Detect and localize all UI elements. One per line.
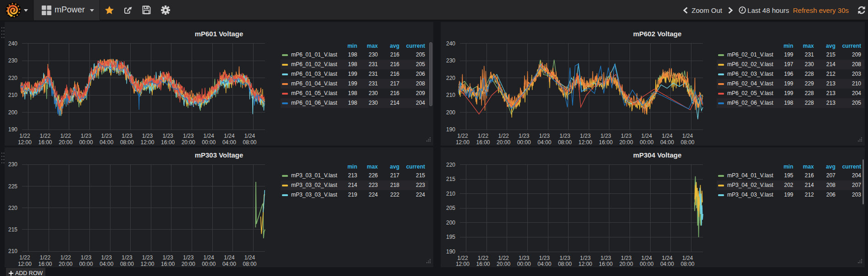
series-color-swatch[interactable] bbox=[282, 102, 288, 104]
y-axis-tick-label: 215 bbox=[440, 176, 455, 182]
series-stat-value: 203 bbox=[834, 192, 861, 198]
legend-column-header[interactable]: max bbox=[791, 163, 814, 170]
panel-resize-grip[interactable] bbox=[857, 259, 862, 263]
clock-icon bbox=[739, 6, 746, 14]
legend-column-header[interactable]: current bbox=[834, 43, 861, 49]
series-name[interactable]: mP3_03_03_V.last bbox=[291, 192, 337, 198]
add-row-label: ADD ROW bbox=[15, 270, 43, 276]
series-name[interactable]: mP6_01_03_V.last bbox=[291, 71, 337, 77]
series-color-swatch[interactable] bbox=[718, 73, 724, 75]
legend-column-header[interactable]: avg bbox=[376, 163, 399, 170]
series-name[interactable]: mP3_04_03_V.last bbox=[727, 192, 773, 198]
series-color-swatch[interactable] bbox=[718, 102, 724, 104]
legend-scrollbar[interactable] bbox=[429, 42, 432, 106]
series-color-swatch[interactable] bbox=[282, 73, 288, 75]
series-name[interactable]: mP3_03_01_V.last bbox=[291, 172, 337, 179]
legend-column-header[interactable]: avg bbox=[376, 43, 399, 49]
series-name[interactable]: mP3_03_02_V.last bbox=[291, 182, 337, 188]
legend-column-header[interactable]: current bbox=[398, 163, 425, 170]
x-axis-tick-label: 1/2408:00 bbox=[678, 255, 698, 268]
x-axis-tick-label: 1/2300:00 bbox=[76, 133, 96, 146]
series-color-swatch[interactable] bbox=[718, 93, 724, 95]
series-stat-value: 224 bbox=[398, 192, 425, 198]
legend-column-header[interactable]: current bbox=[834, 163, 861, 170]
series-name[interactable]: mP6_02_05_V.last bbox=[727, 90, 773, 96]
legend-column-header[interactable]: avg bbox=[813, 163, 835, 170]
series-name[interactable]: mP6_01_05_V.last bbox=[291, 90, 337, 96]
panel-resize-grip[interactable] bbox=[426, 137, 431, 141]
series-color-swatch[interactable] bbox=[282, 54, 288, 56]
panel-resize-grip[interactable] bbox=[857, 137, 862, 141]
x-axis-tick-label: 1/2316:00 bbox=[596, 255, 616, 268]
series-name[interactable]: mP6_01_04_V.last bbox=[291, 80, 337, 87]
series-color-swatch[interactable] bbox=[718, 83, 724, 85]
legend-column-header[interactable]: max bbox=[791, 43, 814, 49]
series-stat-value: 231 bbox=[355, 80, 378, 87]
save-button[interactable] bbox=[139, 0, 155, 20]
grafana-menu[interactable] bbox=[0, 0, 33, 20]
legend-header: minmaxavgcurrent bbox=[281, 43, 428, 51]
series-name[interactable]: mP6_01_06_V.last bbox=[291, 100, 337, 106]
x-axis-tick-label: 1/2320:00 bbox=[178, 133, 199, 146]
series-color-swatch[interactable] bbox=[282, 175, 288, 177]
series-stat-value: 199 bbox=[770, 90, 793, 96]
x-axis-tick-label: 1/2220:00 bbox=[493, 255, 514, 268]
series-color-swatch[interactable] bbox=[718, 175, 724, 177]
series-color-swatch[interactable] bbox=[282, 83, 288, 85]
legend-column-header[interactable]: min bbox=[770, 43, 793, 49]
x-axis-tick-label: 1/2212:00 bbox=[15, 255, 35, 267]
series-stat-value: 214 bbox=[334, 182, 357, 188]
legend-column-header[interactable]: max bbox=[355, 43, 378, 49]
series-stat-value: 213 bbox=[334, 172, 357, 179]
series-stat-value: 198 bbox=[334, 51, 357, 58]
settings-button[interactable] bbox=[158, 0, 173, 20]
legend-column-header[interactable]: min bbox=[334, 163, 357, 170]
legend-row: mP6_01_04_V.last199231217208 bbox=[281, 79, 428, 89]
share-button[interactable] bbox=[120, 0, 136, 20]
series-name[interactable]: mP6_02_02_V.last bbox=[727, 61, 773, 68]
series-name[interactable]: mP3_04_02_V.last bbox=[727, 182, 773, 188]
series-name[interactable]: mP6_02_04_V.last bbox=[727, 80, 773, 87]
series-name[interactable]: mP6_01_01_V.last bbox=[291, 51, 337, 58]
series-stat-value: 231 bbox=[355, 61, 378, 68]
time-forward-button[interactable] bbox=[728, 7, 733, 14]
series-color-swatch[interactable] bbox=[718, 54, 724, 56]
series-stat-value: 216 bbox=[376, 51, 399, 58]
series-name[interactable]: mP6_02_06_V.last bbox=[727, 100, 773, 106]
legend-column-header[interactable]: min bbox=[334, 43, 357, 49]
series-color-swatch[interactable] bbox=[718, 185, 724, 186]
series-name[interactable]: mP6_02_01_V.last bbox=[727, 51, 773, 58]
series-color-swatch[interactable] bbox=[718, 194, 724, 196]
time-range-picker[interactable]: Last 48 hours bbox=[747, 6, 789, 14]
refresh-icon[interactable] bbox=[857, 6, 866, 14]
time-back-button[interactable] bbox=[683, 7, 688, 14]
series-stat-value: 214 bbox=[791, 182, 814, 188]
series-color-swatch[interactable] bbox=[282, 194, 288, 196]
legend-column-header[interactable]: max bbox=[355, 163, 378, 170]
dashboard-title-button[interactable]: mPower bbox=[34, 0, 100, 20]
row-menu-handle[interactable] bbox=[1, 27, 5, 39]
grafana-logo-icon[interactable] bbox=[5, 1, 22, 19]
refresh-interval-picker[interactable]: Refresh every 30s bbox=[793, 6, 849, 14]
legend-column-header[interactable]: min bbox=[770, 163, 793, 170]
zoom-out-button[interactable]: Zoom Out bbox=[691, 6, 722, 14]
series-color-swatch[interactable] bbox=[282, 93, 288, 95]
series-color-swatch[interactable] bbox=[282, 64, 288, 66]
series-name[interactable]: mP3_04_01_V.last bbox=[727, 172, 773, 179]
add-row-button[interactable]: ADD ROW bbox=[6, 268, 45, 276]
legend-column-header[interactable]: avg bbox=[813, 43, 835, 49]
series-name[interactable]: mP6_01_02_V.last bbox=[291, 61, 337, 68]
series-color-swatch[interactable] bbox=[282, 185, 288, 186]
series-name[interactable]: mP6_02_03_V.last bbox=[727, 71, 773, 77]
series-stat-value: 230 bbox=[791, 61, 814, 68]
legend-scrollbar[interactable] bbox=[862, 159, 864, 204]
star-button[interactable] bbox=[102, 0, 117, 20]
top-navbar: mPower Zoom Out bbox=[0, 0, 868, 20]
series-color-swatch[interactable] bbox=[718, 64, 724, 66]
panel-resize-grip[interactable] bbox=[426, 259, 431, 263]
x-axis-tick-label: 1/2304:00 bbox=[534, 255, 554, 268]
y-axis-tick-label: 220 bbox=[440, 162, 455, 168]
row-menu-handle[interactable] bbox=[1, 152, 5, 164]
legend-column-header[interactable]: current bbox=[398, 43, 425, 49]
x-axis-tick-label: 1/2220:00 bbox=[55, 255, 76, 267]
